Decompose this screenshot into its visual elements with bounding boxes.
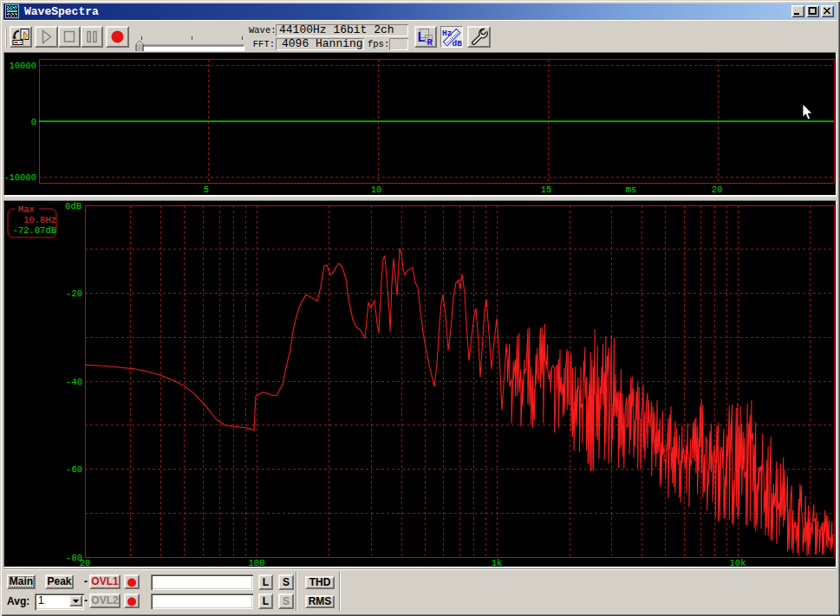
- svg-text:10k: 10k: [730, 558, 746, 567]
- svg-text:L: L: [417, 30, 426, 46]
- svg-text:15: 15: [541, 185, 552, 195]
- svg-text:0dB: 0dB: [65, 202, 81, 211]
- svg-text:-20: -20: [66, 289, 82, 299]
- svg-text:dB: dB: [453, 39, 463, 48]
- svg-text:Max: Max: [18, 204, 35, 215]
- svg-text:-60: -60: [66, 464, 82, 475]
- svg-text:Hz: Hz: [442, 29, 452, 38]
- svg-text:R: R: [427, 37, 433, 46]
- svg-text:1k: 1k: [492, 558, 503, 567]
- svg-text:0: 0: [31, 117, 36, 127]
- svg-text:10: 10: [371, 185, 382, 195]
- svg-text:-40: -40: [66, 377, 82, 387]
- svg-text:-72.07dB: -72.07dB: [13, 225, 56, 236]
- svg-text:5: 5: [204, 185, 209, 195]
- svg-text:20: 20: [712, 185, 723, 195]
- svg-text:ms: ms: [626, 185, 637, 195]
- svg-text:100: 100: [249, 558, 265, 567]
- svg-text:20: 20: [80, 558, 91, 567]
- svg-text:-10000: -10000: [4, 172, 36, 183]
- svg-text:10000: 10000: [9, 61, 36, 71]
- svg-text:10.8Hz: 10.8Hz: [23, 215, 56, 225]
